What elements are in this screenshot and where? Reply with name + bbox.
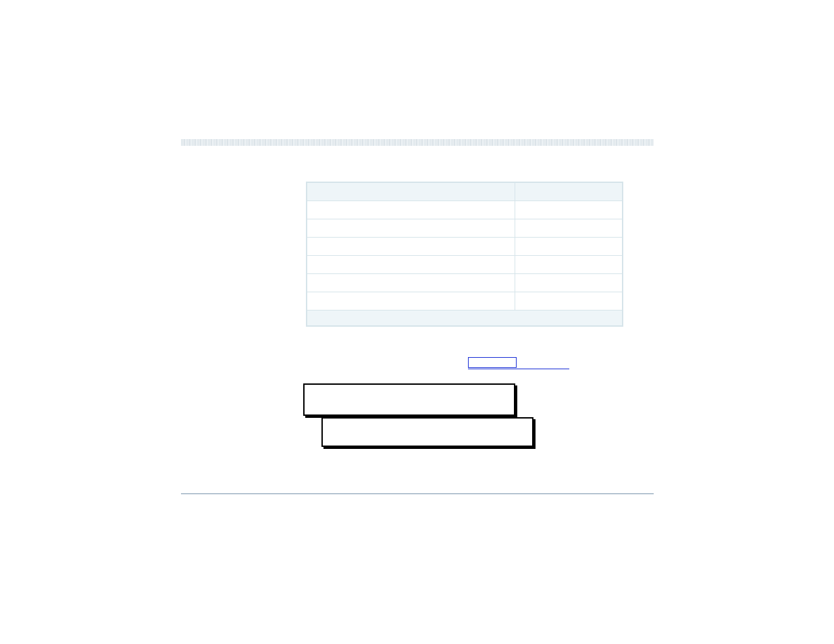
table-cell [307, 292, 515, 310]
link-underline [468, 369, 569, 369]
table-header-col1 [307, 182, 515, 200]
table-row [307, 292, 623, 310]
callout-box-2 [321, 417, 533, 447]
table-cell [515, 237, 623, 255]
table-header-col2 [515, 182, 623, 200]
link-box[interactable] [468, 357, 517, 368]
table-cell [515, 219, 623, 237]
table-cell [307, 273, 515, 292]
table-cell [307, 219, 515, 237]
table-header-row [307, 182, 623, 200]
table-cell [515, 273, 623, 292]
callout-box-1 [303, 383, 515, 416]
table-row [307, 255, 623, 273]
divider [181, 493, 654, 494]
table-cell [515, 292, 623, 310]
table-cell [515, 200, 623, 219]
table-row [307, 237, 623, 255]
table-row [307, 273, 623, 292]
table-footer-row [307, 310, 623, 326]
banner-strip [181, 139, 654, 146]
table-row [307, 200, 623, 219]
table-cell [307, 237, 515, 255]
table-row [307, 219, 623, 237]
table-cell [307, 255, 515, 273]
data-table [306, 182, 623, 327]
table-cell [515, 255, 623, 273]
table-footer-cell [307, 310, 623, 326]
table-cell [307, 200, 515, 219]
